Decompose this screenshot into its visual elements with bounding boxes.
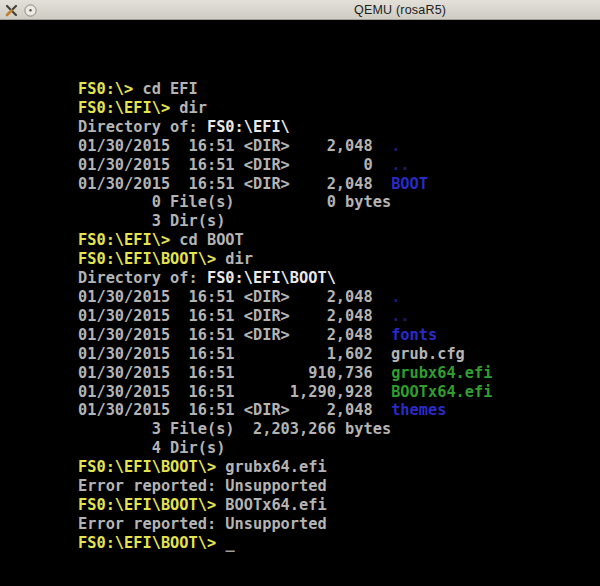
terminal-text-segment: grubx64.efi [216, 458, 327, 476]
qemu-display-area[interactable]: FS0:\> cd EFIFS0:\EFI\> dirDirectory of:… [0, 20, 600, 586]
terminal-text-segment: BOOTx64.efi [216, 496, 327, 514]
terminal-line: Error reported: Unsupported [78, 477, 492, 496]
terminal-text-segment: 01/30/2015 16:51 1,602 grub.cfg [78, 345, 465, 363]
terminal-line: 0 File(s) 0 bytes [78, 193, 492, 212]
terminal-text-segment: 3 Dir(s) [78, 212, 225, 230]
terminal-line: 01/30/2015 16:51 <DIR> 0 .. [78, 156, 492, 175]
terminal-text-segment: FS0:\EFI\BOOT\> [78, 534, 216, 552]
terminal-text-segment: BOOT [391, 175, 428, 193]
terminal-text-segment: grubx64.efi [391, 364, 492, 382]
terminal-text-segment: 01/30/2015 16:51 <DIR> 2,048 [78, 137, 391, 155]
qemu-window: QEMU (rosaR5) FS0:\> cd EFIFS0:\EFI\> di… [0, 0, 600, 586]
window-menu-icon[interactable] [24, 3, 37, 16]
terminal-text-segment: FS0:\EFI\BOOT\ [207, 269, 336, 287]
terminal-line: 01/30/2015 16:51 910,736 grubx64.efi [78, 364, 492, 383]
terminal-line: Error reported: Unsupported [78, 515, 492, 534]
terminal-text-segment: Error reported: Unsupported [78, 515, 327, 533]
terminal-line: 01/30/2015 16:51 <DIR> 2,048 BOOT [78, 175, 492, 194]
terminal-line: 01/30/2015 16:51 <DIR> 2,048 themes [78, 401, 492, 420]
terminal-text-segment: 4 Dir(s) [78, 439, 225, 457]
terminal-line: 01/30/2015 16:51 1,290,928 BOOTx64.efi [78, 383, 492, 402]
terminal-line: 3 File(s) 2,203,266 bytes [78, 420, 492, 439]
terminal-text-segment: fonts [391, 326, 437, 344]
terminal-text-segment: . [391, 288, 400, 306]
terminal-line: FS0:\> cd EFI [78, 80, 492, 99]
terminal-line: 3 Dir(s) [78, 212, 492, 231]
terminal-text-segment: 3 File(s) 2,203,266 bytes [78, 420, 391, 438]
terminal-line: FS0:\EFI\BOOT\> dir [78, 250, 492, 269]
terminal-line: 4 Dir(s) [78, 439, 492, 458]
terminal-text-segment: FS0:\> [78, 80, 133, 98]
terminal-text-segment: dir [216, 250, 253, 268]
terminal-text-segment: FS0:\EFI\ [207, 118, 290, 136]
terminal-line: FS0:\EFI\BOOT\> BOOTx64.efi [78, 496, 492, 515]
terminal-line: 01/30/2015 16:51 1,602 grub.cfg [78, 345, 492, 364]
terminal-text-segment: dir [170, 99, 207, 117]
terminal-text-segment: 0 File(s) 0 bytes [78, 193, 391, 211]
terminal-text-segment: cd BOOT [170, 231, 244, 249]
terminal-text-segment: Directory of: [78, 118, 207, 136]
terminal-text-segment: 01/30/2015 16:51 1,290,928 [78, 383, 391, 401]
terminal-line: 01/30/2015 16:51 <DIR> 2,048 . [78, 288, 492, 307]
terminal-text-segment: FS0:\EFI\BOOT\> [78, 458, 216, 476]
terminal-line: FS0:\EFI\BOOT\> _ [78, 534, 492, 553]
terminal-text-segment: FS0:\EFI\BOOT\> [78, 496, 216, 514]
terminal-text-segment: 01/30/2015 16:51 <DIR> 2,048 [78, 175, 391, 193]
close-icon[interactable] [5, 3, 18, 16]
terminal: FS0:\> cd EFIFS0:\EFI\> dirDirectory of:… [78, 80, 492, 553]
terminal-line: Directory of: FS0:\EFI\ [78, 118, 492, 137]
terminal-text-segment: 01/30/2015 16:51 910,736 [78, 364, 391, 382]
terminal-text-segment: . [391, 137, 400, 155]
terminal-line: FS0:\EFI\> cd BOOT [78, 231, 492, 250]
window-title: QEMU (rosaR5) [354, 3, 446, 17]
terminal-text-segment: 01/30/2015 16:51 <DIR> 0 [78, 156, 391, 174]
terminal-line: FS0:\EFI\BOOT\> grubx64.efi [78, 458, 492, 477]
terminal-text-segment: 01/30/2015 16:51 <DIR> 2,048 [78, 288, 391, 306]
terminal-text-segment: .. [391, 156, 409, 174]
terminal-line: 01/30/2015 16:51 <DIR> 2,048 .. [78, 307, 492, 326]
terminal-line: 01/30/2015 16:51 <DIR> 2,048 . [78, 137, 492, 156]
terminal-text-segment: cd EFI [133, 80, 197, 98]
window-titlebar[interactable]: QEMU (rosaR5) [0, 0, 600, 20]
terminal-text-segment: 01/30/2015 16:51 <DIR> 2,048 [78, 401, 391, 419]
terminal-text-segment: FS0:\EFI\> [78, 231, 170, 249]
terminal-text-segment [216, 534, 225, 552]
terminal-text-segment: Directory of: [78, 269, 207, 287]
terminal-text-segment: themes [391, 401, 446, 419]
terminal-text-segment: FS0:\EFI\> [78, 99, 170, 117]
terminal-cursor: _ [225, 534, 234, 552]
terminal-text-segment: Error reported: Unsupported [78, 477, 327, 495]
terminal-text-segment: .. [391, 307, 409, 325]
terminal-line: Directory of: FS0:\EFI\BOOT\ [78, 269, 492, 288]
terminal-text-segment: 01/30/2015 16:51 <DIR> 2,048 [78, 326, 391, 344]
terminal-line: FS0:\EFI\> dir [78, 99, 492, 118]
terminal-text-segment: BOOTx64.efi [391, 383, 492, 401]
terminal-line: 01/30/2015 16:51 <DIR> 2,048 fonts [78, 326, 492, 345]
terminal-text-segment: 01/30/2015 16:51 <DIR> 2,048 [78, 307, 391, 325]
terminal-text-segment: FS0:\EFI\BOOT\> [78, 250, 216, 268]
